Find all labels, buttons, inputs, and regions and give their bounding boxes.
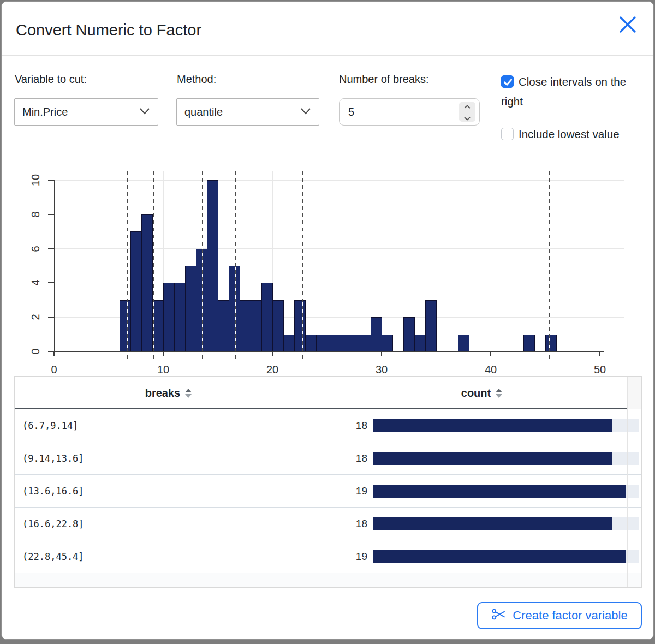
count-value: 18 — [335, 442, 367, 474]
column-header-breaks[interactable]: breaks — [15, 377, 322, 409]
break-line — [202, 171, 203, 361]
hist-bar — [294, 300, 306, 351]
close-icon — [618, 15, 638, 36]
count-value: 18 — [335, 508, 367, 540]
breaks-input-wrap — [339, 98, 480, 126]
hist-bar — [371, 317, 382, 351]
x-gridline — [491, 171, 491, 351]
variable-select[interactable]: Min.Price — [14, 98, 158, 126]
sort-icon — [496, 389, 502, 398]
chevron-up-icon — [463, 102, 471, 111]
y-tick — [48, 248, 54, 249]
close-intervals-label: Close intervals on the right — [501, 75, 626, 108]
dialog-header: Convert Numeric to Factor — [2, 2, 653, 56]
create-factor-button-label: Create factor variable — [513, 609, 627, 623]
x-tick — [163, 351, 164, 356]
breaks-cell: (6.7,9.14] — [22, 409, 78, 442]
count-value: 19 — [335, 540, 367, 573]
hist-bar — [120, 300, 131, 351]
hist-bar — [382, 335, 393, 351]
histogram-plot: 010203040500246810 — [2, 160, 654, 381]
method-select-value: quantile — [184, 106, 300, 118]
count-bar-track — [373, 485, 639, 498]
include-lowest-checkbox-group: Include lowest value — [501, 124, 654, 144]
hist-bar — [261, 283, 273, 351]
breaks-cell: (16.6,22.8] — [22, 508, 84, 540]
create-factor-button[interactable]: Create factor variable — [477, 602, 642, 629]
break-line — [153, 171, 154, 361]
method-select[interactable]: quantile — [176, 98, 319, 126]
x-tick — [599, 351, 600, 356]
x-tick-label: 20 — [256, 363, 289, 376]
table-row[interactable]: (16.6,22.8]18 — [15, 508, 641, 540]
x-tick — [272, 351, 273, 356]
number-stepper[interactable] — [459, 102, 475, 122]
y-tick — [48, 180, 54, 181]
close-intervals-checkbox-group: Close intervals on the right — [501, 72, 645, 111]
hist-bar — [349, 335, 360, 351]
table-row[interactable]: (22.8,45.4]19 — [15, 540, 641, 573]
hist-bar — [174, 283, 186, 351]
count-bar-fill — [373, 550, 626, 563]
hist-bar — [218, 300, 229, 351]
variable-to-cut-label: Variable to cut: — [15, 73, 87, 86]
dialog-title: Convert Numeric to Factor — [16, 21, 201, 39]
scrollbar-gutter — [627, 377, 641, 587]
hist-bar — [403, 317, 415, 351]
hist-bar — [305, 335, 317, 351]
hist-bar — [360, 335, 371, 351]
x-tick-label: 50 — [583, 363, 616, 376]
y-tick — [48, 214, 54, 215]
x-tick-label: 0 — [38, 363, 70, 376]
hist-bar — [240, 300, 251, 351]
convert-numeric-dialog: Convert Numeric to Factor Variable to cu… — [1, 1, 654, 640]
y-axis-line — [54, 180, 55, 352]
y-tick-label: 2 — [29, 307, 41, 327]
table-body: (6.7,9.14]18(9.14,13.6]18(13.6,16.6]19(1… — [15, 409, 641, 573]
column-divider — [335, 508, 335, 540]
count-bar-fill — [373, 517, 612, 530]
x-axis-line — [48, 351, 604, 352]
hist-bar — [414, 335, 426, 351]
y-tick — [48, 351, 54, 352]
sort-icon — [185, 389, 192, 398]
table-row[interactable]: (6.7,9.14]18 — [15, 409, 641, 442]
x-gridline — [600, 171, 600, 351]
x-tick-label: 40 — [474, 363, 507, 376]
table-header: breaks count — [15, 377, 641, 409]
hist-bar — [458, 335, 469, 351]
column-header-count[interactable]: count — [335, 377, 628, 409]
x-tick-label: 10 — [147, 363, 180, 376]
scissors-icon — [491, 607, 506, 624]
close-intervals-checkbox[interactable] — [501, 75, 514, 88]
y-tick — [48, 317, 54, 318]
column-divider — [335, 540, 335, 573]
hist-bar — [545, 335, 557, 351]
count-bar-fill — [373, 419, 612, 432]
x-tick-label: 30 — [365, 363, 398, 376]
include-lowest-checkbox[interactable] — [501, 128, 514, 140]
y-tick — [48, 282, 54, 283]
break-line — [127, 171, 128, 361]
y-tick-label: 8 — [29, 205, 41, 224]
breaks-header-label: breaks — [145, 387, 181, 399]
x-tick — [381, 351, 382, 356]
close-button[interactable] — [616, 14, 639, 37]
chevron-down-icon — [139, 107, 150, 117]
x-tick — [490, 351, 491, 356]
count-bar-track — [373, 419, 639, 432]
y-tick-label: 10 — [29, 170, 41, 190]
break-line — [235, 171, 236, 361]
y-gridline — [54, 214, 624, 214]
breaks-table: breaks count (6.7,9.14]18(9.14,13.6]18(1… — [14, 376, 642, 588]
count-value: 18 — [335, 409, 367, 442]
table-row[interactable]: (9.14,13.6]18 — [15, 442, 641, 475]
count-bar-track — [373, 550, 639, 563]
table-footer — [15, 573, 641, 587]
number-of-breaks-label: Number of breaks: — [339, 73, 429, 86]
hist-bar — [272, 300, 284, 351]
table-row[interactable]: (13.6,16.6]19 — [15, 475, 641, 508]
count-value: 19 — [335, 475, 367, 507]
y-tick-label: 0 — [29, 342, 41, 361]
count-bar-fill — [373, 452, 612, 465]
